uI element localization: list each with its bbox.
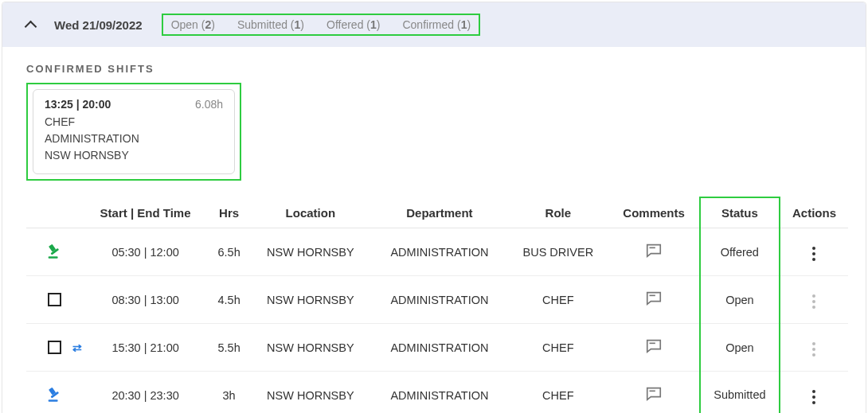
cell-role: BUS DRIVER — [507, 228, 608, 276]
actions-menu — [809, 339, 819, 360]
swap-icon[interactable]: ⇄ — [72, 341, 82, 354]
shifts-table: Start | End Time Hrs Location Department… — [26, 197, 848, 413]
cell-location: NSW HORNSBY — [249, 324, 372, 372]
cell-hrs: 5.5h — [209, 324, 249, 372]
collapse-icon[interactable] — [25, 20, 37, 33]
cell-time: 08:30 | 13:00 — [82, 276, 209, 324]
th-department: Department — [372, 197, 508, 228]
gavel-icon — [45, 385, 63, 403]
gavel-icon — [45, 242, 63, 259]
th-status: Status — [700, 197, 780, 228]
actions-menu[interactable] — [809, 387, 819, 407]
cell-role: CHEF — [507, 276, 608, 324]
cell-comments — [608, 228, 699, 276]
cell-department: ADMINISTRATION — [372, 228, 508, 276]
date-label: Wed 21/09/2022 — [54, 18, 143, 32]
confirmed-highlight: 13:25 | 20:00 6.08h CHEF ADMINISTRATION … — [26, 83, 241, 181]
comment-icon[interactable] — [645, 345, 663, 357]
cell-hrs: 3h — [209, 372, 249, 414]
cell-role: CHEF — [507, 372, 608, 414]
cell-status: Open — [700, 324, 780, 372]
svg-rect-8 — [49, 399, 58, 401]
comment-icon[interactable] — [645, 392, 663, 405]
cell-hrs: 4.5h — [209, 276, 249, 324]
confirmed-hours: 6.08h — [195, 98, 223, 111]
confirmed-shift-card[interactable]: 13:25 | 20:00 6.08h CHEF ADMINISTRATION … — [33, 89, 235, 174]
cell-time: 20:30 | 23:30 — [82, 372, 209, 414]
badge-open[interactable]: Open (2) — [171, 18, 215, 31]
cell-actions — [780, 228, 848, 276]
comment-icon[interactable] — [645, 297, 663, 310]
status-badges: Open (2) Submitted (1) Offered (1) Confi… — [162, 14, 480, 36]
cell-department: ADMINISTRATION — [372, 372, 508, 414]
svg-rect-2 — [49, 256, 58, 258]
cell-time: 05:30 | 12:00 — [82, 228, 209, 276]
shift-day-card: Wed 21/09/2022 Open (2) Submitted (1) Of… — [2, 2, 866, 413]
table-row: 05:30 | 12:006.5hNSW HORNSBYADMINISTRATI… — [26, 228, 848, 276]
th-hrs: Hrs — [209, 197, 249, 228]
confirmed-role: CHEF — [45, 114, 223, 131]
cell-location: NSW HORNSBY — [249, 228, 372, 276]
row-checkbox[interactable] — [48, 293, 61, 306]
cell-comments — [608, 372, 699, 414]
day-header[interactable]: Wed 21/09/2022 Open (2) Submitted (1) Of… — [2, 2, 866, 47]
confirmed-shifts-title: CONFIRMED SHIFTS — [26, 63, 848, 75]
table-row: 20:30 | 23:303hNSW HORNSBYADMINISTRATION… — [26, 372, 848, 414]
table-row: 08:30 | 13:004.5hNSW HORNSBYADMINISTRATI… — [26, 276, 848, 324]
actions-menu — [809, 291, 819, 312]
cell-actions — [780, 324, 848, 372]
cell-status: Offered — [700, 228, 780, 276]
th-role: Role — [507, 197, 608, 228]
cell-department: ADMINISTRATION — [372, 276, 508, 324]
cell-location: NSW HORNSBY — [249, 276, 372, 324]
day-body: CONFIRMED SHIFTS 13:25 | 20:00 6.08h CHE… — [2, 47, 866, 413]
th-actions: Actions — [780, 197, 848, 228]
cell-actions — [780, 276, 848, 324]
confirmed-location: NSW HORNSBY — [45, 147, 223, 164]
table-row: ⇄15:30 | 21:005.5hNSW HORNSBYADMINISTRAT… — [26, 324, 848, 372]
cell-department: ADMINISTRATION — [372, 324, 508, 372]
th-comments: Comments — [608, 197, 699, 228]
actions-menu[interactable] — [809, 244, 819, 264]
confirmed-department: ADMINISTRATION — [45, 131, 223, 147]
cell-actions — [780, 372, 848, 414]
cell-time: 15:30 | 21:00 — [82, 324, 209, 372]
comment-icon[interactable] — [645, 249, 663, 262]
cell-location: NSW HORNSBY — [249, 372, 372, 414]
cell-status: Open — [700, 276, 780, 324]
confirmed-time: 13:25 | 20:00 — [45, 98, 111, 111]
badge-offered[interactable]: Offered (1) — [326, 18, 380, 31]
cell-hrs: 6.5h — [209, 228, 249, 276]
cell-comments — [608, 324, 699, 372]
badge-confirmed[interactable]: Confirmed (1) — [402, 18, 471, 31]
th-location: Location — [249, 197, 372, 228]
table-header-row: Start | End Time Hrs Location Department… — [26, 197, 848, 228]
th-time: Start | End Time — [82, 197, 209, 228]
badge-submitted[interactable]: Submitted (1) — [237, 18, 304, 31]
cell-comments — [608, 276, 699, 324]
row-checkbox[interactable] — [48, 341, 61, 354]
cell-role: CHEF — [507, 324, 608, 372]
cell-status: Submitted — [700, 372, 780, 414]
